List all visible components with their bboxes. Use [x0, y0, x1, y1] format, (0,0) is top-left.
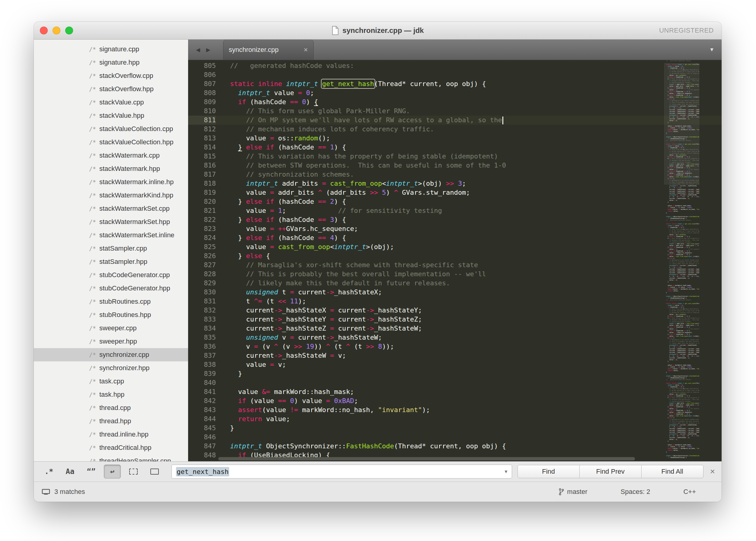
code-line[interactable]: 805// generated hashCode values: [188, 61, 722, 70]
code-line[interactable]: 811 // On MP system we'll have lots of R… [188, 116, 722, 125]
sidebar-item-signature.cpp[interactable]: /*signature.cpp [34, 43, 188, 56]
code-line[interactable]: 844 return value; [188, 414, 722, 423]
code-line[interactable]: 841 value &= markWord::hash_mask; [188, 387, 722, 396]
code-line[interactable]: 846 [188, 433, 722, 442]
whole-word-toggle[interactable]: “” [83, 465, 100, 478]
code-line[interactable]: 823 value = ++GVars.hc_sequence; [188, 224, 722, 234]
sidebar-item-sweeper.cpp[interactable]: /*sweeper.cpp [34, 321, 188, 335]
sidebar-item-stackValue.hpp[interactable]: /*stackValue.hpp [34, 109, 188, 122]
code-line[interactable]: 806 [188, 70, 722, 79]
minimap-viewport[interactable] [664, 63, 699, 185]
find-prev-button[interactable]: Find Prev [579, 465, 642, 478]
highlight-matches-toggle[interactable] [146, 465, 163, 478]
sidebar-item-thread.cpp[interactable]: /*thread.cpp [34, 401, 188, 414]
in-selection-toggle[interactable] [125, 465, 142, 478]
code-line[interactable]: 847intptr_t ObjectSynchronizer::FastHash… [188, 442, 722, 451]
tab-synchronizer-cpp[interactable]: synchronizer.cpp × [223, 40, 314, 60]
title-bar[interactable]: synchronizer.cpp — jdk UNREGISTERED [34, 22, 722, 40]
code-line[interactable]: 835 unsigned v = current->_hashStateW; [188, 333, 722, 342]
code-line[interactable]: 834 current->_hashStateZ = current->_has… [188, 324, 722, 333]
zoom-window-button[interactable] [65, 27, 73, 34]
sidebar-item-stackWatermarkSet.inline[interactable]: /*stackWatermarkSet.inline [34, 229, 188, 242]
sidebar-item-stackOverflow.cpp[interactable]: /*stackOverflow.cpp [34, 69, 188, 82]
sidebar-item-thread.hpp[interactable]: /*thread.hpp [34, 414, 188, 428]
code-line[interactable]: 830 unsigned t = current->_hashStateX; [188, 288, 722, 297]
code-line[interactable]: 836 v = (v ^ (v >> 19)) ^ (t ^ (t >> 8))… [188, 342, 722, 351]
code-line[interactable]: 827 // Marsaglia's xor-shift scheme with… [188, 261, 722, 270]
code-line[interactable]: 815 // This variation has the property o… [188, 152, 722, 161]
find-all-button[interactable]: Find All [641, 465, 703, 478]
minimize-window-button[interactable] [53, 27, 60, 34]
code-line[interactable]: 843 assert(value != markWord::no_hash, "… [188, 405, 722, 414]
code-line[interactable]: 808 intptr_t value = 0; [188, 89, 722, 98]
sidebar-item-stackValueCollection.hpp[interactable]: /*stackValueCollection.hpp [34, 136, 188, 149]
code-line[interactable]: 826 } else { [188, 252, 722, 261]
sidebar-item-stubCodeGenerator.hpp[interactable]: /*stubCodeGenerator.hpp [34, 282, 188, 295]
code-line[interactable]: 838 value = v; [188, 360, 722, 369]
horizontal-scrollbar[interactable] [218, 457, 635, 460]
sidebar-item-sweeper.hpp[interactable]: /*sweeper.hpp [34, 335, 188, 348]
sidebar-item-stackWatermark.cpp[interactable]: /*stackWatermark.cpp [34, 149, 188, 162]
code-line[interactable]: 837 current->_hashStateW = v; [188, 351, 722, 360]
code-line[interactable]: 810 // This form uses global Park-Miller… [188, 107, 722, 116]
sidebar-item-stackWatermark.inline.hp[interactable]: /*stackWatermark.inline.hp [34, 176, 188, 189]
sidebar-item-statSampler.cpp[interactable]: /*statSampler.cpp [34, 242, 188, 255]
code-line[interactable]: 812 // mechanism induces lots of coheren… [188, 125, 722, 134]
nav-forward-icon[interactable]: ▶ [206, 47, 211, 53]
code-line[interactable]: 839 } [188, 369, 722, 378]
sidebar-item-stackWatermarkSet.cpp[interactable]: /*stackWatermarkSet.cpp [34, 202, 188, 215]
indentation-indicator[interactable]: Spaces: 2 [621, 488, 650, 496]
code-line[interactable]: 825 value = cast_from_oop<intptr_t>(obj)… [188, 243, 722, 252]
code-line[interactable]: 819 value = addr_bits ^ (addr_bits >> 5)… [188, 188, 722, 197]
code-line[interactable]: 821 value = 1; // for sensitivity testin… [188, 206, 722, 215]
sidebar-item-statSampler.hpp[interactable]: /*statSampler.hpp [34, 255, 188, 269]
code-line[interactable]: 840 [188, 378, 722, 387]
code-line[interactable]: 818 intptr_t addr_bits = cast_from_oop<i… [188, 179, 722, 188]
sidebar-item-stackWatermark.hpp[interactable]: /*stackWatermark.hpp [34, 162, 188, 176]
tab-close-icon[interactable]: × [304, 46, 308, 54]
sidebar-item-stackWatermarkSet.hpp[interactable]: /*stackWatermarkSet.hpp [34, 215, 188, 229]
code-line[interactable]: 832 current->_hashStateX = current->_has… [188, 306, 722, 315]
sidebar-item-stackWatermarkKind.hpp[interactable]: /*stackWatermarkKind.hpp [34, 189, 188, 202]
git-branch-indicator[interactable]: master [558, 488, 587, 496]
minimap[interactable]: // generated hashCode values:static inli… [664, 60, 699, 459]
code-line[interactable]: 831 t ^= (t << 11); [188, 297, 722, 306]
find-history-dropdown-icon[interactable]: ▼ [505, 469, 507, 474]
close-window-button[interactable] [40, 27, 48, 34]
sidebar-item-stackValue.cpp[interactable]: /*stackValue.cpp [34, 96, 188, 109]
tab-overflow-icon[interactable]: ▼ [709, 47, 714, 53]
code-line[interactable]: 822 } else if (hashCode == 3) { [188, 215, 722, 224]
sidebar-item-synchronizer.cpp[interactable]: /*synchronizer.cpp [34, 348, 188, 361]
sidebar-item-stubRoutines.hpp[interactable]: /*stubRoutines.hpp [34, 308, 188, 321]
find-panel-close-icon[interactable]: × [710, 467, 715, 476]
regex-toggle[interactable]: .* [40, 465, 57, 478]
sidebar-item-stubRoutines.cpp[interactable]: /*stubRoutines.cpp [34, 295, 188, 308]
sidebar-item-stubCodeGenerator.cpp[interactable]: /*stubCodeGenerator.cpp [34, 269, 188, 282]
sidebar-item-threadCritical.hpp[interactable]: /*threadCritical.hpp [34, 441, 188, 454]
sidebar-item-task.hpp[interactable]: /*task.hpp [34, 388, 188, 401]
wrap-toggle[interactable]: ↩ [104, 465, 121, 478]
syntax-indicator[interactable]: C++ [683, 488, 696, 496]
sidebar-item-synchronizer.hpp[interactable]: /*synchronizer.hpp [34, 361, 188, 375]
find-input[interactable]: get_next_hash ▼ [172, 465, 512, 478]
code-line[interactable]: 842 if (value == 0) value = 0xBAD; [188, 396, 722, 405]
code-line[interactable]: 845} [188, 423, 722, 433]
code-line[interactable]: 820 } else if (hashCode == 2) { [188, 197, 722, 206]
sidebar-item-threadHeapSampler.cpp[interactable]: /*threadHeapSampler.cpp [34, 454, 188, 461]
code-line[interactable]: 809 if (hashCode == 0) { [188, 98, 722, 107]
code-line[interactable]: 814 } else if (hashCode == 1) { [188, 143, 722, 152]
code-line[interactable]: 829 // likely make this the default in f… [188, 278, 722, 288]
code-line[interactable]: 816 // between STW operations. This can … [188, 161, 722, 170]
case-sensitive-toggle[interactable]: Aa [62, 465, 79, 478]
sidebar-item-stackOverflow.hpp[interactable]: /*stackOverflow.hpp [34, 82, 188, 96]
sidebar-item-thread.inline.hpp[interactable]: /*thread.inline.hpp [34, 428, 188, 441]
code-line[interactable]: 807static inline intptr_t get_next_hash(… [188, 79, 722, 89]
code-line[interactable]: 828 // This is probably the best overall… [188, 270, 722, 278]
code-line[interactable]: 817 // synchronization schemes. [188, 170, 722, 179]
code-line[interactable]: 813 value = os::random(); [188, 134, 722, 143]
nav-back-icon[interactable]: ◀ [196, 47, 200, 53]
sidebar-item-stackValueCollection.cpp[interactable]: /*stackValueCollection.cpp [34, 122, 188, 136]
code-editor[interactable]: 805// generated hashCode values:806807st… [188, 60, 722, 461]
sidebar-item-signature.hpp[interactable]: /*signature.hpp [34, 56, 188, 69]
find-button[interactable]: Find [517, 465, 580, 478]
